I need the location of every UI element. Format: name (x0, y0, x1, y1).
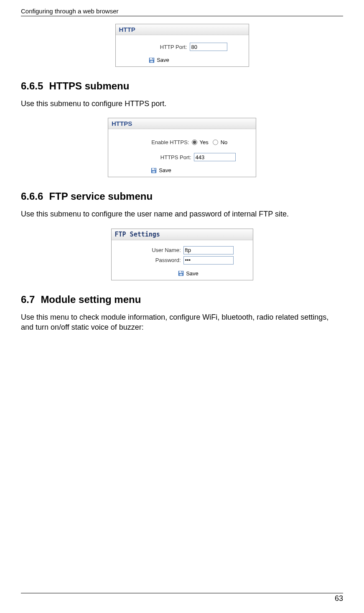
https-port-input[interactable] (194, 153, 236, 161)
section-665-heading: 6.6.5 HTTPS submenu (21, 80, 343, 92)
http-port-label: HTTP Port: (137, 44, 187, 50)
page-number: 63 (335, 594, 343, 603)
section-67-heading: 6.7 Module setting menu (21, 294, 343, 305)
svg-rect-6 (153, 171, 155, 173)
http-panel-title: HTTP (116, 24, 249, 35)
section-666-body: Use this submenu to configure the user n… (21, 209, 343, 219)
section-665-title: HTTPS submenu (49, 80, 129, 92)
enable-https-no-radio[interactable] (213, 140, 218, 145)
ftp-panel: FTP Settings User Name: Password: Save (111, 229, 253, 280)
section-666-heading: 6.6.6 FTP service submenu (21, 191, 343, 202)
http-save-button[interactable]: Save (74, 55, 244, 63)
https-port-label: HTTPS Port: (129, 154, 191, 160)
http-panel: HTTP HTTP Port: Save (115, 24, 249, 67)
section-665-body: Use this submenu to configure HTTPS port… (21, 99, 343, 109)
section-665-num: 6.6.5 (21, 80, 43, 92)
enable-https-yes-radio[interactable] (192, 140, 197, 145)
ftp-panel-title: FTP Settings (112, 229, 253, 240)
svg-rect-5 (152, 168, 156, 170)
svg-rect-7 (154, 168, 155, 170)
svg-rect-11 (181, 271, 182, 272)
save-icon (149, 57, 155, 63)
svg-rect-3 (152, 58, 153, 59)
ftp-save-button[interactable]: Save (128, 269, 249, 277)
http-port-input[interactable] (190, 43, 227, 51)
ftp-pass-label: Password: (131, 257, 181, 263)
page-header: Configuring through a web browser (21, 8, 118, 15)
https-save-button[interactable]: Save (71, 165, 252, 173)
section-666-num: 6.6.6 (21, 191, 43, 202)
section-67-body: Use this menu to check module informatio… (21, 312, 343, 333)
svg-rect-9 (179, 271, 183, 273)
http-save-label: Save (157, 57, 169, 63)
save-icon (151, 168, 157, 173)
enable-https-no-label: No (221, 139, 228, 145)
svg-rect-10 (180, 274, 183, 275)
https-save-label: Save (159, 167, 171, 173)
svg-rect-1 (150, 58, 154, 59)
section-666-title: FTP service submenu (49, 191, 153, 202)
ftp-user-input[interactable] (183, 246, 234, 254)
https-panel-title: HTTPS (108, 118, 256, 129)
section-67-num: 6.7 (21, 294, 35, 305)
enable-https-label: Enable HTTPS: (127, 139, 189, 145)
https-panel: HTTPS Enable HTTPS: Yes No HTTPS Port: (108, 118, 256, 177)
ftp-user-label: User Name: (131, 247, 181, 253)
enable-https-yes-label: Yes (200, 139, 209, 145)
save-icon (178, 270, 184, 276)
section-67-title: Module setting menu (41, 294, 141, 305)
ftp-save-label: Save (186, 270, 199, 277)
ftp-pass-input[interactable] (183, 256, 234, 265)
svg-rect-2 (150, 60, 153, 62)
